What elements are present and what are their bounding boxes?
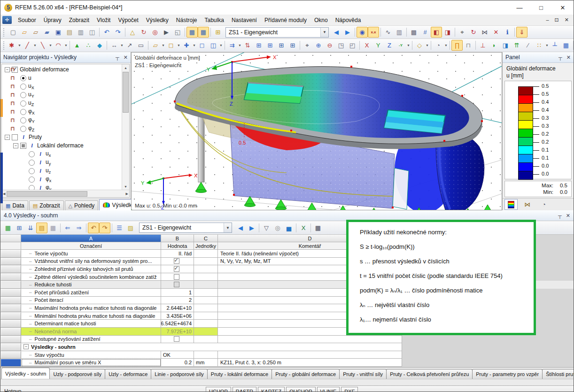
comment-cell[interactable]: KZ11, Prut č. 3, x: 0.250 m xyxy=(218,359,402,367)
radio-u-x[interactable] xyxy=(20,84,26,90)
show-load-values-icon[interactable]: x.x xyxy=(368,27,379,38)
table-row-13[interactable]: −Výsledky - souhrn xyxy=(0,343,574,351)
mdi-minimize-icon[interactable]: – xyxy=(546,17,549,23)
scroll-right-icon[interactable]: ▶ xyxy=(126,192,128,196)
load-rotation-icon[interactable]: ↻ xyxy=(138,27,149,38)
label-cell[interactable]: –Nekonečná norma xyxy=(21,328,161,336)
row-header[interactable] xyxy=(0,320,21,328)
expander-icon[interactable]: − xyxy=(13,143,18,148)
value-cell[interactable]: 6.542E+4674 xyxy=(161,320,194,328)
unit-cell[interactable] xyxy=(194,328,218,336)
column-letter-a[interactable]: A xyxy=(21,235,161,242)
scroll-left-icon[interactable]: ◀ xyxy=(3,192,5,196)
close-icon[interactable]: ✕ xyxy=(124,54,128,61)
value-cell[interactable]: 7.972E+10 xyxy=(161,328,194,336)
tree-item-local-u-x[interactable]: Iux xyxy=(2,150,122,158)
pin-icon[interactable]: ┬ xyxy=(116,54,119,61)
status-toggle-ouchop[interactable]: OUCHOP xyxy=(286,387,315,392)
zoom-out-icon[interactable]: ⊖ xyxy=(324,40,335,51)
row-header[interactable] xyxy=(0,304,21,312)
radio-u-y[interactable] xyxy=(20,92,26,98)
row-header[interactable] xyxy=(0,328,21,336)
table-row-12[interactable]: –Postupné zvyšování zatížení xyxy=(0,336,574,344)
work-plane-icon-dropdown[interactable]: ▼ xyxy=(425,40,429,50)
color-scale-tab-icon[interactable] xyxy=(504,199,518,210)
unit-cell[interactable] xyxy=(194,258,218,266)
new-load-case-icon[interactable]: ⊞ xyxy=(212,27,224,38)
tree-horizontal-scrollbar[interactable]: ◀ ▶ xyxy=(2,190,129,197)
table-undo-icon[interactable]: ↶ xyxy=(88,223,99,233)
tree-item-globalni-deformace[interactable]: −⊓Globální deformace xyxy=(2,65,122,74)
value-cell[interactable]: II. řád xyxy=(161,250,194,258)
factors-tab-icon[interactable]: ⋈ xyxy=(521,199,534,210)
status-toggle-rastr[interactable]: RASTR xyxy=(233,387,256,392)
unit-cell[interactable] xyxy=(194,281,218,289)
unit-cell[interactable] xyxy=(194,297,218,305)
unit-cell[interactable] xyxy=(194,273,218,281)
menu-v-sledky[interactable]: Výsledky xyxy=(142,16,172,24)
toolbar-grip[interactable] xyxy=(3,28,6,37)
unit-cell[interactable] xyxy=(194,320,218,328)
unit-cell[interactable] xyxy=(194,304,218,312)
radio-local-u-y[interactable] xyxy=(29,160,35,166)
tree-item-phi-x[interactable]: ⊓φX xyxy=(2,108,122,116)
table-tab-uzly-deformace[interactable]: Uzly - deformace xyxy=(105,369,151,379)
dimension-slope-icon[interactable]: ↗ xyxy=(124,40,135,51)
polyline-icon-dropdown[interactable]: ▼ xyxy=(48,40,53,50)
menu-v-po-et[interactable]: Výpočet xyxy=(114,16,142,24)
radio-u-z[interactable] xyxy=(20,100,26,107)
mdi-restore-icon[interactable]: ⊡ xyxy=(555,17,559,23)
tree-item-u-x[interactable]: ⊓uX xyxy=(2,82,122,91)
tree-item-u-y[interactable]: ⊓uY xyxy=(2,91,122,99)
nodes-icon[interactable]: ∴ xyxy=(83,40,94,51)
label-cell[interactable]: –Zpětné dělení výsledků součinitelem kom… xyxy=(21,273,161,281)
menu-zobrazit[interactable]: Zobrazit xyxy=(65,16,93,24)
radio-local-u-z[interactable] xyxy=(29,168,35,174)
view-section2-icon[interactable]: ◨ xyxy=(442,27,453,38)
table-tab-pruty-vnit-n-s-ly[interactable]: Pruty - vnitřní síly xyxy=(339,369,387,379)
block-icon-dropdown[interactable]: ▼ xyxy=(161,40,165,50)
show-loads-icon[interactable]: ◉ xyxy=(357,27,368,38)
collapse-icon[interactable]: − xyxy=(23,344,29,349)
toolbar-grip[interactable] xyxy=(3,41,4,50)
scrollbar-thumb[interactable] xyxy=(7,191,87,197)
label-cell[interactable]: –Determinant matice tuhosti xyxy=(21,320,161,328)
row-header[interactable] xyxy=(0,312,21,320)
scrollbar-thumb[interactable] xyxy=(123,72,129,113)
tiles-icon[interactable]: ∷ xyxy=(534,40,545,51)
new-load-icon[interactable]: △ xyxy=(127,27,138,38)
table-tab-pruty-glob-ln-deformace[interactable]: Pruty - globální deformace xyxy=(271,369,340,379)
maximize-button[interactable]: □ xyxy=(530,0,552,15)
radio-phi-x[interactable] xyxy=(20,109,26,115)
label-cell[interactable]: –Počet přírůstků zatížení xyxy=(21,289,161,297)
node-support-icon[interactable]: ▲ xyxy=(71,40,83,51)
tiles-icon-dropdown[interactable]: ▼ xyxy=(545,40,549,50)
value-cell[interactable]: 1 xyxy=(161,289,194,297)
menu-p-davn-moduly[interactable]: Přídavné moduly xyxy=(261,16,310,24)
model-scene[interactable]: 0.5 X Y Z X xyxy=(132,53,502,210)
clipboard-icon[interactable]: ▤ xyxy=(64,27,75,38)
prev-table-icon[interactable]: ◀ xyxy=(235,223,246,233)
tree-item-u[interactable]: ⊓u xyxy=(2,74,122,82)
checkbox-pruty[interactable] xyxy=(12,134,18,140)
filter-tab-icon[interactable]: ◔ xyxy=(537,199,551,210)
tree-item-phi-z[interactable]: ⊓φZ xyxy=(2,124,122,133)
unit-cell[interactable] xyxy=(194,289,218,297)
line-icon[interactable]: ╱ xyxy=(22,40,33,51)
block-icon[interactable]: ▱ xyxy=(150,40,161,51)
value-cell[interactable]: 2.644E+10 xyxy=(161,304,194,312)
color-scale[interactable]: 0.50.50.40.40.30.30.20.20.10.10.00.0 xyxy=(504,81,572,179)
value-checkbox[interactable] xyxy=(174,282,179,287)
minimize-button[interactable]: — xyxy=(509,0,530,15)
print-icon[interactable]: ▥ xyxy=(75,27,86,38)
work-plane-icon[interactable]: ◇ xyxy=(414,40,425,51)
deck-opening-1[interactable] xyxy=(244,83,303,103)
close-button[interactable]: ✕ xyxy=(552,0,574,15)
table-tab-pruty-parametry-pro-vzp-r[interactable]: Pruty - parametry pro vzpěr xyxy=(472,369,543,379)
table-protect-icon[interactable]: ▦ xyxy=(47,223,59,233)
row-header[interactable] xyxy=(0,336,21,344)
menu-nastaven-[interactable]: Nastavení xyxy=(228,16,261,24)
tree-item-phi-y[interactable]: ⊓φY xyxy=(2,116,122,124)
row-header[interactable] xyxy=(0,281,21,289)
new-file-icon[interactable]: ▢ xyxy=(8,27,19,38)
